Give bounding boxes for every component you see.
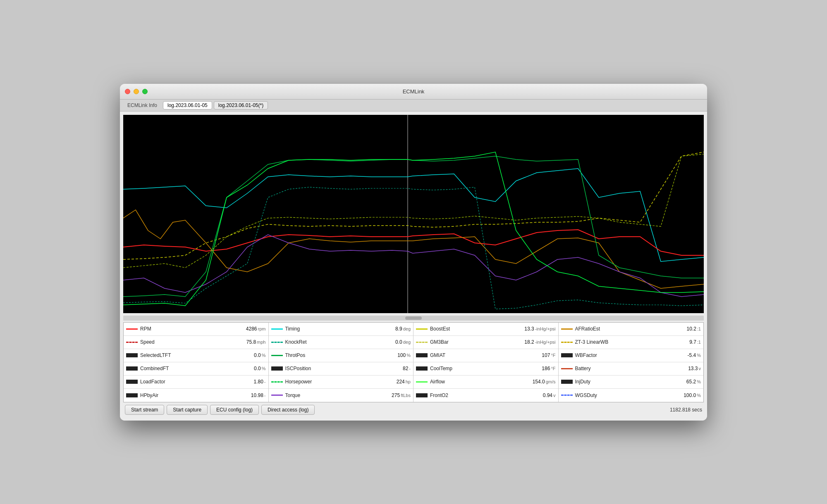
list-item: CombinedFT 0.0 % bbox=[124, 362, 268, 376]
list-item: WBFactor -5.4 % bbox=[559, 349, 704, 362]
boostest-swatch bbox=[416, 327, 428, 331]
data-chart bbox=[123, 115, 704, 313]
list-item: KnockRet 0.0 deg bbox=[269, 336, 414, 349]
selectedltft-swatch bbox=[126, 353, 138, 357]
param-name: BoostEst bbox=[430, 326, 524, 332]
param-name: Timing bbox=[285, 326, 395, 332]
battery-swatch bbox=[561, 366, 573, 371]
param-name: WBFactor bbox=[575, 352, 688, 358]
wbfactor-swatch bbox=[561, 353, 573, 357]
list-item: InjDuty 65.2 % bbox=[559, 376, 704, 389]
list-item: BoostEst 13.3 -inHg/+psi bbox=[414, 323, 558, 336]
list-item: Battery 13.3 v bbox=[559, 362, 704, 376]
data-col-3: BoostEst 13.3 -inHg/+psi GM3Bar 18.2 -in… bbox=[414, 323, 559, 402]
action-bar: Start stream Start capture ECU config (l… bbox=[123, 402, 704, 417]
param-unit: - bbox=[409, 366, 411, 371]
param-value: 10.2 bbox=[686, 326, 696, 332]
timing-swatch bbox=[271, 327, 283, 331]
param-name: CoolTemp bbox=[430, 366, 542, 371]
param-unit: % bbox=[262, 366, 266, 371]
param-unit: -inHg/+psi bbox=[535, 326, 556, 331]
cooltemp-swatch bbox=[416, 366, 428, 371]
param-unit: % bbox=[697, 393, 701, 398]
param-name: ThrotPos bbox=[285, 352, 398, 358]
list-item: FrontO2 0.94 v bbox=[414, 389, 558, 402]
param-unit: % bbox=[697, 379, 701, 384]
param-unit: :1 bbox=[697, 326, 701, 331]
tab-log-modified[interactable]: log.2023.06.01-05(*) bbox=[214, 101, 268, 109]
param-value: 186 bbox=[542, 366, 550, 371]
param-value: 100.0 bbox=[684, 392, 696, 398]
speed-swatch bbox=[126, 340, 138, 344]
param-name: LoadFactor bbox=[140, 379, 253, 385]
hpbyair-swatch bbox=[126, 393, 138, 397]
time-display: 1182.818 secs bbox=[670, 407, 702, 413]
direct-access-button[interactable]: Direct access (log) bbox=[261, 405, 315, 415]
tab-log-active[interactable]: log.2023.06.01-05 bbox=[163, 101, 212, 109]
param-name: Airflow bbox=[430, 379, 533, 385]
param-unit: deg bbox=[403, 340, 411, 345]
param-value: 8.9 bbox=[395, 326, 402, 332]
gm3bar-swatch bbox=[416, 340, 428, 344]
maximize-button[interactable] bbox=[142, 89, 148, 94]
chart-container[interactable] bbox=[123, 115, 704, 313]
param-unit: % bbox=[697, 353, 701, 358]
param-name: CombinedFT bbox=[140, 366, 254, 371]
param-unit: °F bbox=[551, 353, 555, 358]
param-value: 0.0 bbox=[395, 339, 402, 345]
param-unit: ftLbs bbox=[401, 393, 411, 398]
throtpos-swatch bbox=[271, 353, 283, 357]
param-unit: % bbox=[406, 353, 411, 358]
param-unit: - bbox=[264, 379, 266, 384]
list-item: ThrotPos 100 % bbox=[269, 349, 414, 362]
param-value: 13.3 bbox=[688, 366, 698, 371]
param-name: Torque bbox=[285, 392, 392, 398]
title-bar: ECMLink bbox=[120, 84, 707, 100]
close-button[interactable] bbox=[125, 89, 130, 94]
tab-ecmlink-info[interactable]: ECMLink Info bbox=[123, 102, 161, 109]
param-unit: °F bbox=[551, 366, 555, 371]
list-item: Speed 75.8 mph bbox=[124, 336, 268, 349]
param-unit: -inHg/+psi bbox=[535, 340, 556, 345]
param-name: RPM bbox=[140, 326, 246, 332]
list-item: ZT-3 LinearWB 9.7 :1 bbox=[559, 336, 704, 349]
param-value: 13.3 bbox=[524, 326, 534, 332]
knockret-swatch bbox=[271, 340, 283, 344]
param-name: HPbyAir bbox=[140, 392, 251, 398]
param-unit: - bbox=[264, 393, 266, 398]
start-capture-button[interactable]: Start capture bbox=[167, 405, 208, 415]
param-name: AFRatioEst bbox=[575, 326, 687, 332]
param-value: 65.2 bbox=[686, 379, 696, 385]
start-stream-button[interactable]: Start stream bbox=[125, 405, 164, 415]
param-value: 4286 bbox=[246, 326, 257, 332]
data-col-2: Timing 8.9 deg KnockRet 0.0 deg Th bbox=[269, 323, 414, 402]
wgsduty-swatch bbox=[561, 393, 573, 397]
param-unit: % bbox=[262, 353, 266, 358]
param-value: 275 bbox=[392, 392, 400, 398]
list-item: ISCPosition 82 - bbox=[269, 362, 414, 376]
list-item: SelectedLTFT 0.0 % bbox=[124, 349, 268, 362]
list-item: Torque 275 ftLbs bbox=[269, 389, 414, 402]
torque-swatch bbox=[271, 393, 283, 397]
param-name: GMIAT bbox=[430, 352, 542, 358]
list-item: Timing 8.9 deg bbox=[269, 323, 414, 336]
param-unit: :1 bbox=[697, 340, 701, 345]
chart-scrollbar[interactable] bbox=[123, 316, 704, 321]
param-name: GM3Bar bbox=[430, 339, 524, 345]
afratio-swatch bbox=[561, 327, 573, 331]
scrollbar-thumb[interactable] bbox=[405, 316, 422, 320]
param-value: 10.98 bbox=[251, 392, 263, 398]
param-unit: gm/s bbox=[546, 379, 556, 384]
ecu-config-button[interactable]: ECU config (log) bbox=[210, 405, 259, 415]
param-name: Horsepower bbox=[285, 379, 397, 385]
param-value: 18.2 bbox=[524, 339, 534, 345]
list-item: Horsepower 224 hp bbox=[269, 376, 414, 389]
tab-bar: ECMLink Info log.2023.06.01-05 log.2023.… bbox=[120, 100, 707, 112]
list-item: GMIAT 107 °F bbox=[414, 349, 558, 362]
param-value: 224 bbox=[397, 379, 405, 385]
param-unit: v bbox=[553, 393, 556, 398]
param-name: KnockRet bbox=[285, 339, 395, 345]
param-value: 75.8 bbox=[246, 339, 256, 345]
param-value: -5.4 bbox=[688, 352, 696, 358]
minimize-button[interactable] bbox=[134, 89, 139, 94]
